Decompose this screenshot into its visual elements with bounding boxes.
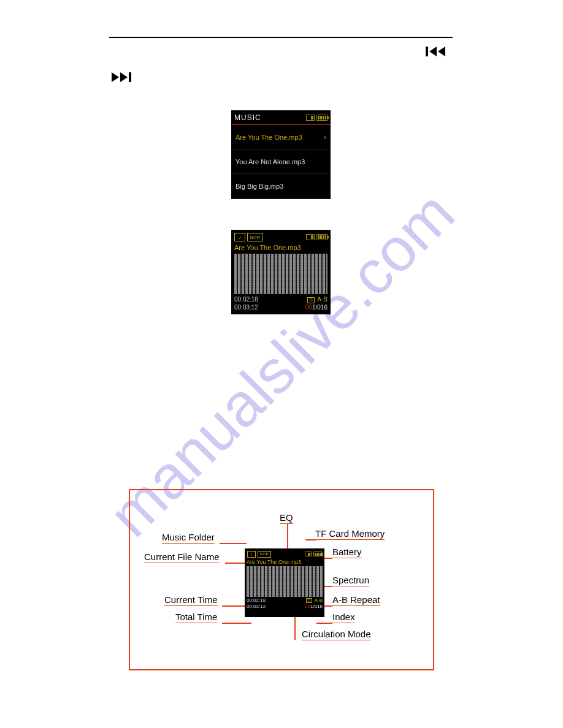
ab-repeat: A-B [315, 597, 323, 603]
svg-marker-3 [112, 72, 119, 82]
battery-icon [316, 115, 327, 121]
battery-icon [313, 552, 322, 556]
music-list-screen: MUSIC Are You The One.mp3 › You Are Not … [231, 110, 331, 199]
label-spectrum: Spectrun [332, 575, 369, 585]
label-battery: Battery [332, 547, 362, 557]
skip-next-icon [112, 71, 132, 86]
list-item[interactable]: You Are Not Alone.mp3 [232, 150, 330, 174]
total-time: 00:03:12 [247, 604, 266, 610]
index-highlight: 00 [305, 604, 310, 609]
current-time: 00:02:18 [234, 295, 258, 303]
circulation-icon: O [306, 598, 312, 603]
label-current-file: Current File Name [144, 552, 220, 562]
spectrum-visualizer [234, 254, 327, 294]
tf-card-icon [306, 115, 315, 121]
svg-rect-0 [426, 47, 428, 56]
list-item[interactable]: Are You The One.mp3 › [232, 125, 330, 150]
circulation-icon: O [307, 297, 315, 303]
now-playing-screen: ♪ NOR Are You The One.mp3 00:02:18 00:03… [231, 230, 331, 314]
screen-title: MUSIC [234, 113, 261, 122]
list-item-label: Are You The One.mp3 [236, 134, 302, 141]
label-ab-repeat: A-B Repeat [332, 594, 380, 605]
label-eq: EQ [280, 512, 293, 523]
tf-card-icon [305, 552, 312, 556]
music-folder-icon: ♪ [234, 233, 245, 241]
label-index: Index [332, 612, 355, 622]
label-circulation: Circulation Mode [302, 629, 371, 639]
label-tf-card: TF Card Memory [315, 528, 385, 539]
svg-marker-1 [429, 47, 437, 56]
horizontal-rule [109, 37, 453, 38]
eq-badge: NOR [258, 551, 271, 558]
list-item-label: You Are Not Alone.mp3 [236, 158, 305, 165]
label-music-folder: Music Folder [162, 532, 215, 542]
total-time: 00:03:12 [234, 303, 258, 311]
battery-icon [316, 234, 327, 240]
svg-marker-4 [120, 72, 128, 82]
music-folder-icon: ♪ [247, 551, 256, 558]
list-item-label: Big Big Big.mp3 [236, 183, 283, 190]
list-item[interactable]: Big Big Big.mp3 [232, 174, 330, 199]
eq-badge: NOR [247, 233, 263, 241]
label-current-time: Current Time [164, 594, 218, 605]
index-rest: 1/016 [312, 304, 327, 311]
current-time: 00:02:18 [247, 597, 266, 604]
spectrum-visualizer [247, 566, 323, 597]
diagram-container: Music Folder Current File Name Current T… [129, 489, 434, 670]
chevron-right-icon: › [324, 133, 326, 142]
index-highlight: 00 [305, 304, 312, 311]
tf-card-icon [306, 234, 315, 240]
current-file-name: Are You The One.mp3 [245, 558, 324, 566]
svg-rect-5 [129, 72, 131, 82]
mini-now-playing-screen: ♪ NOR Are You The One.mp3 00:02:18 00:03… [245, 548, 324, 617]
current-file-name: Are You The One.mp3 [232, 243, 330, 252]
skip-prev-icon [426, 45, 446, 60]
label-total-time: Total Time [175, 612, 217, 622]
ab-repeat: A-B [317, 296, 327, 303]
index-rest: 1/016 [310, 604, 323, 609]
svg-marker-2 [438, 47, 445, 56]
